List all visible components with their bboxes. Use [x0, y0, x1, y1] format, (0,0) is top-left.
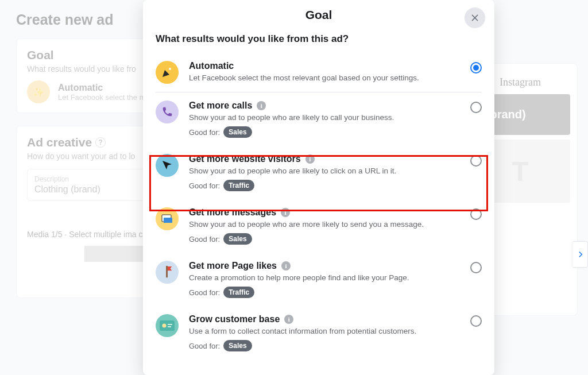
good-for-row: Good for:Sales [189, 233, 460, 245]
modal-subtitle: What results would you like from this ad… [143, 30, 494, 53]
good-for-row: Good for:Traffic [189, 287, 460, 298]
page-icon [156, 261, 179, 284]
goal-option-desc: Show your ad to people who are likely to… [189, 167, 460, 175]
bg-option-title: Automatic [58, 83, 156, 93]
goal-option-messages[interactable]: Get more messagesiShow your ad to people… [156, 199, 482, 253]
goal-option-page_likes[interactable]: Get more Page likesiCreate a promotion t… [156, 253, 482, 306]
cust-icon [156, 314, 179, 337]
goal-option-title: Grow customer basei [189, 314, 460, 324]
radio-page_likes[interactable] [470, 262, 482, 273]
radio-calls[interactable] [470, 102, 482, 113]
good-for-pill: Sales [223, 340, 252, 351]
goal-option-website[interactable]: Get more website visitorsiShow your ad t… [156, 146, 482, 199]
info-icon[interactable]: i [281, 261, 291, 270]
info-icon[interactable]: i [281, 208, 290, 217]
goal-option-text: Get more website visitorsiShow your ad t… [189, 154, 460, 191]
svg-rect-6 [168, 324, 172, 325]
goal-option-title: Get more Page likesi [189, 261, 460, 271]
goal-option-calls[interactable]: Get more callsiShow your ad to people wh… [156, 92, 482, 146]
good-for-pill: Traffic [223, 287, 254, 298]
goal-option-text: AutomaticLet Facebook select the most re… [189, 61, 460, 82]
goal-option-desc: Show your ad to people who are likely to… [189, 113, 460, 122]
svg-rect-3 [166, 266, 168, 277]
goal-option-desc: Use a form to collect contact informatio… [189, 327, 460, 335]
calls-icon [156, 100, 179, 123]
close-button[interactable] [465, 7, 485, 28]
bg-option-desc: Let Facebook select the most [58, 93, 156, 102]
modal-title: Goal [305, 8, 332, 22]
good-for-pill: Sales [223, 126, 252, 138]
web-icon [156, 154, 179, 177]
good-for-row: Good for:Sales [189, 126, 460, 138]
radio-automatic[interactable] [470, 62, 482, 74]
goal-option-desc: Show your ad to people who are more like… [189, 220, 460, 229]
goal-option-desc: Create a promotion to help more people f… [189, 273, 460, 282]
good-for-pill: Traffic [223, 180, 254, 191]
goal-option-title: Get more website visitorsi [189, 154, 460, 164]
creative-heading: Ad creative [27, 136, 92, 149]
goal-option-text: Grow customer baseiUse a form to collect… [189, 314, 460, 351]
next-arrow-button[interactable] [573, 241, 588, 268]
goal-option-text: Get more callsiShow your ad to people wh… [189, 100, 460, 138]
goal-options-list: AutomaticLet Facebook select the most re… [143, 53, 494, 375]
good-for-pill: Sales [223, 233, 252, 245]
svg-rect-2 [164, 218, 172, 223]
radio-grow[interactable] [470, 315, 482, 327]
goal-option-automatic[interactable]: AutomaticLet Facebook select the most re… [156, 53, 482, 92]
goal-option-title: Get more messagesi [189, 207, 460, 218]
goal-option-desc: Let Facebook select the most relevant go… [189, 74, 460, 82]
good-for-row: Good for:Traffic [189, 180, 460, 191]
svg-point-5 [163, 324, 167, 328]
goal-option-text: Get more messagesiShow your ad to people… [189, 207, 460, 245]
svg-rect-7 [168, 326, 171, 327]
help-icon[interactable]: ? [95, 137, 106, 148]
svg-point-0 [169, 68, 171, 70]
goal-option-title: Automatic [189, 61, 460, 71]
good-for-row: Good for:Sales [189, 340, 460, 351]
wand-icon: ✨ [27, 80, 50, 103]
info-icon[interactable]: i [305, 154, 315, 164]
auto-icon [156, 61, 179, 84]
goal-option-grow[interactable]: Grow customer baseiUse a form to collect… [156, 306, 482, 359]
msg-icon [156, 207, 179, 230]
info-icon[interactable]: i [284, 315, 293, 324]
goal-option-title: Get more callsi [189, 100, 460, 111]
goal-option-text: Get more Page likesiCreate a promotion t… [189, 261, 460, 298]
goal-modal: Goal What results would you like from th… [143, 0, 494, 375]
svg-rect-4 [160, 320, 175, 331]
radio-website[interactable] [470, 155, 482, 167]
info-icon[interactable]: i [257, 101, 266, 110]
close-icon [470, 13, 479, 22]
radio-messages[interactable] [470, 208, 482, 220]
